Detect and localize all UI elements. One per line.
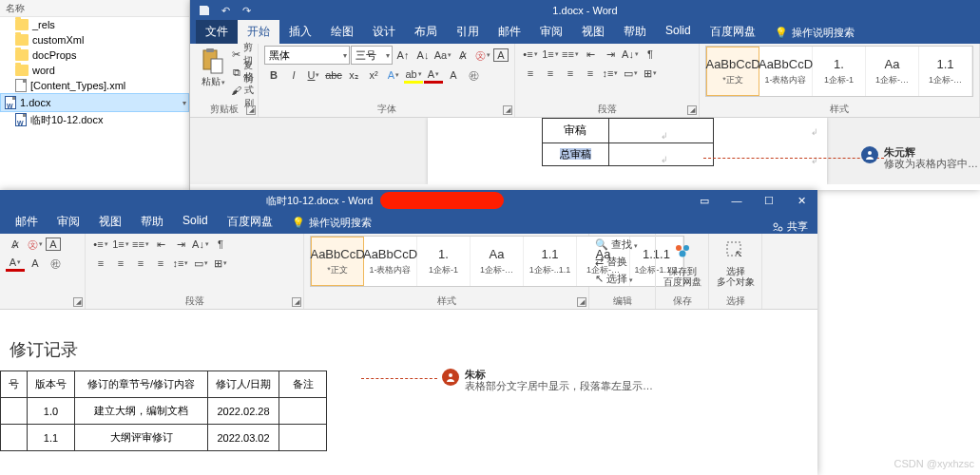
ribbon-tab[interactable]: 邮件 xyxy=(489,20,530,44)
close-button[interactable]: ✕ xyxy=(785,190,817,211)
table-header[interactable]: 备注 xyxy=(279,371,327,398)
grow-font-button[interactable]: A↑ xyxy=(394,47,413,64)
table-row[interactable]: 1.0建立大纲，编制文档2022.02.28 xyxy=(1,398,327,425)
bullets-button[interactable]: •≡ xyxy=(521,46,540,63)
find-button[interactable]: 🔍查找 xyxy=(595,236,638,253)
highlight-button[interactable]: ab xyxy=(404,66,423,84)
strike-button[interactable]: abc xyxy=(324,66,343,84)
styles-launcher[interactable]: ◢ xyxy=(577,297,586,307)
shading-button[interactable]: ▭ xyxy=(621,65,640,82)
sort-button[interactable]: A↓ xyxy=(621,46,640,63)
comment-thread[interactable]: 朱标 表格部分文字居中显示，段落靠左显示… xyxy=(442,369,653,391)
char-shading-button[interactable]: A xyxy=(444,66,463,84)
tell-me[interactable]: 💡 操作说明搜索 xyxy=(765,22,864,44)
table-cell[interactable]: 1.1 xyxy=(28,425,75,451)
char-shading-button[interactable]: A xyxy=(26,255,45,272)
bullets-button[interactable]: •≡ xyxy=(91,236,110,253)
multilevel-button[interactable]: ≡≡ xyxy=(561,46,580,63)
style-item[interactable]: AaBbCcD*正文 xyxy=(706,47,759,96)
shading-button[interactable]: ▭ xyxy=(191,255,210,272)
clear-format-button[interactable]: A̷ xyxy=(453,47,472,64)
undo-icon[interactable]: ↶ xyxy=(219,4,232,17)
numbering-button[interactable]: 1≡ xyxy=(111,236,130,253)
table-cell[interactable] xyxy=(1,398,28,425)
ribbon-tab[interactable]: 百度网盘 xyxy=(218,210,282,234)
align-center-button[interactable]: ≡ xyxy=(111,255,130,272)
para-launcher[interactable]: ◢ xyxy=(292,297,301,307)
justify-button[interactable]: ≡ xyxy=(581,65,600,82)
explorer-item[interactable]: 1.docx xyxy=(0,93,189,112)
ribbon-tab[interactable]: 审阅 xyxy=(48,210,89,234)
format-painter-button[interactable]: 🖌格式刷 xyxy=(233,82,252,99)
ribbon-tab[interactable]: 插入 xyxy=(279,20,321,44)
ribbon-tab[interactable]: Solid xyxy=(173,210,218,234)
style-item[interactable]: AaBbCcD1-表格内容 xyxy=(364,237,417,286)
cell-r2c1[interactable]: 总审稿 xyxy=(542,143,608,166)
table-cell[interactable]: 大纲评审修订 xyxy=(75,425,208,451)
ribbon-display-button[interactable]: ▭ xyxy=(688,190,721,211)
font-name-select[interactable]: 黑体 xyxy=(264,46,350,65)
file-tab[interactable]: 文件 xyxy=(196,20,238,44)
font-size-select[interactable]: 三号 xyxy=(351,46,393,65)
style-item[interactable]: Aa1企标-… xyxy=(471,237,524,286)
align-left-button[interactable]: ≡ xyxy=(91,255,110,272)
increase-indent-button[interactable]: ⇥ xyxy=(601,46,620,63)
explorer-item[interactable]: [Content_Types].xml xyxy=(0,78,189,93)
numbering-button[interactable]: 1≡ xyxy=(541,46,560,63)
line-spacing-button[interactable]: ↕≡ xyxy=(601,65,620,82)
increase-indent-button[interactable]: ⇥ xyxy=(171,236,190,253)
ribbon-tab[interactable]: 视图 xyxy=(89,210,131,234)
enclose-char-button[interactable]: ㊓ xyxy=(464,66,483,84)
ribbon-tab[interactable]: 帮助 xyxy=(131,210,173,234)
borders-button[interactable]: ⊞ xyxy=(641,65,660,82)
style-item[interactable]: Aa1企标-… xyxy=(866,47,919,96)
doc-table[interactable]: 审稿↲ 总审稿↲ xyxy=(542,118,714,166)
replace-button[interactable]: ⇄替换 xyxy=(595,253,627,270)
doc-heading[interactable]: 修订记录 xyxy=(10,338,817,361)
baidu-save-button[interactable]: 保存到 百度网盘 xyxy=(662,236,702,289)
explorer-header[interactable]: 名称 xyxy=(0,0,189,17)
decrease-indent-button[interactable]: ⇤ xyxy=(151,236,170,253)
explorer-item[interactable]: word xyxy=(0,63,189,78)
char-border-button[interactable]: A xyxy=(493,48,509,62)
table-cell[interactable] xyxy=(279,425,327,451)
style-item[interactable]: AaBbCcD1-表格内容 xyxy=(759,47,813,96)
font-color-button[interactable]: A xyxy=(424,66,443,84)
table-cell[interactable]: 2022.03.02 xyxy=(208,425,279,451)
char-border-button[interactable]: A xyxy=(46,238,61,251)
cell-r1c1[interactable]: 审稿 xyxy=(542,119,608,143)
ribbon-tab[interactable]: 审阅 xyxy=(530,20,572,44)
explorer-item[interactable]: 临时10-12.docx xyxy=(0,112,189,127)
font-launcher[interactable]: ◢ xyxy=(73,297,83,307)
style-item[interactable]: 1.1企标-1 xyxy=(813,47,866,96)
ribbon-tab[interactable]: 帮助 xyxy=(614,20,656,44)
ribbon-tab[interactable]: 设计 xyxy=(363,20,405,44)
subscript-button[interactable]: x₂ xyxy=(344,66,363,84)
share-button[interactable]: 共享 xyxy=(772,219,808,234)
table-cell[interactable]: 建立大纲，编制文档 xyxy=(75,398,208,425)
underline-button[interactable]: U xyxy=(304,66,323,84)
style-item[interactable]: 1.11企标-… xyxy=(919,47,972,96)
font-color-button[interactable]: A xyxy=(6,255,25,272)
align-right-button[interactable]: ≡ xyxy=(561,65,580,82)
line-spacing-button[interactable]: ↕≡ xyxy=(171,255,190,272)
table-cell[interactable] xyxy=(279,398,327,425)
decrease-indent-button[interactable]: ⇤ xyxy=(581,46,600,63)
borders-button[interactable]: ⊞ xyxy=(211,255,230,272)
ribbon-tab[interactable]: 布局 xyxy=(405,20,447,44)
save-icon[interactable] xyxy=(198,4,211,17)
table-header[interactable]: 修订的章节号/修订内容 xyxy=(75,371,208,398)
table-cell[interactable]: 2022.02.28 xyxy=(208,398,279,425)
select-button[interactable]: ↖选择 xyxy=(595,270,633,287)
style-item[interactable]: AaBbCcD*正文 xyxy=(311,237,364,286)
clipboard-launcher[interactable]: ◢ xyxy=(246,105,256,115)
ribbon-tab[interactable]: 引用 xyxy=(447,20,489,44)
revision-table[interactable]: 号版本号修订的章节号/修订内容修订人/日期备注 1.0建立大纲，编制文档2022… xyxy=(0,370,327,451)
multilevel-button[interactable]: ≡≡ xyxy=(131,236,150,253)
italic-button[interactable]: I xyxy=(284,66,303,84)
ribbon-tab[interactable]: 绘图 xyxy=(321,20,363,44)
justify-button[interactable]: ≡ xyxy=(151,255,170,272)
table-cell[interactable]: 1.0 xyxy=(28,398,75,425)
ribbon-tab[interactable]: Solid xyxy=(656,20,701,44)
redo-icon[interactable]: ↷ xyxy=(240,4,253,17)
